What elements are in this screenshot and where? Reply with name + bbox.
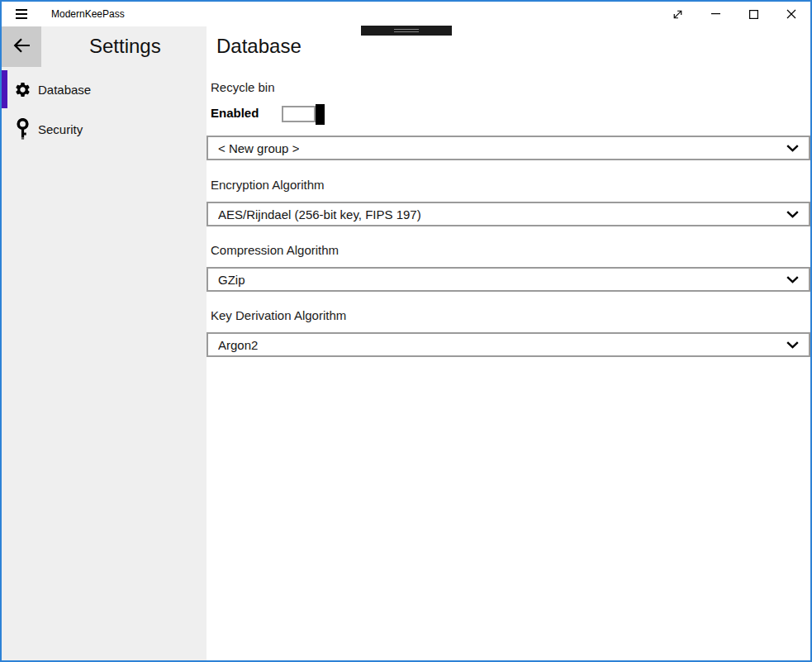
app-window: ModernKeePass (0, 0, 812, 662)
combobox-value: AES/Rijndael (256-bit key, FIPS 197) (218, 207, 421, 221)
key-derivation-algorithm-combobox[interactable]: Argon2 (207, 332, 810, 357)
minimize-icon (711, 13, 720, 15)
back-arrow-icon (12, 36, 31, 58)
compression-algorithm-combobox[interactable]: GZip (207, 267, 810, 292)
sidebar-item-label: Security (38, 122, 83, 136)
page-title: Database (216, 35, 302, 58)
grab-handle-lines (394, 29, 419, 31)
maximize-icon (749, 10, 758, 19)
sidebar-item-label: Database (38, 83, 91, 97)
recycle-bin-group-combobox[interactable]: < New group > (207, 136, 810, 160)
window-controls (658, 2, 810, 26)
chevron-down-icon (786, 276, 799, 283)
sidebar-item-security[interactable]: Security (2, 109, 207, 149)
key-derivation-algorithm-label: Key Derivation Algorithm (211, 308, 346, 322)
chevron-down-icon (786, 145, 799, 152)
encryption-algorithm-combobox[interactable]: AES/Rijndael (256-bit key, FIPS 197) (207, 202, 810, 226)
window-title: ModernKeePass (51, 8, 125, 20)
encryption-algorithm-label: Encryption Algorithm (211, 178, 325, 192)
menu-icon (16, 9, 27, 11)
window-body: Settings Database (2, 26, 810, 660)
key-icon (13, 117, 31, 140)
close-button[interactable] (772, 2, 810, 26)
minimize-button[interactable] (696, 2, 734, 26)
exit-fullscreen-button[interactable] (658, 2, 696, 26)
selected-indicator (2, 70, 7, 108)
combobox-value: GZip (218, 273, 245, 287)
compression-algorithm-label: Compression Algorithm (211, 243, 339, 257)
combobox-value: < New group > (218, 141, 299, 155)
chevron-down-icon (786, 341, 799, 349)
close-icon (786, 9, 796, 19)
diagonal-resize-icon (671, 7, 685, 21)
titlebar-drag-handle[interactable] (361, 26, 452, 36)
enabled-label: Enabled (211, 106, 259, 120)
combobox-value: Argon2 (218, 338, 258, 352)
gear-icon (13, 78, 31, 101)
titlebar: ModernKeePass (2, 2, 810, 26)
recycle-bin-toggle[interactable] (282, 104, 325, 125)
chevron-down-icon (786, 211, 799, 218)
maximize-button[interactable] (734, 2, 772, 26)
recycle-bin-label: Recycle bin (211, 80, 275, 94)
database-settings-panel: Database Recycle bin Enabled < New group… (207, 26, 810, 660)
settings-sidebar: Settings Database (2, 26, 207, 660)
sidebar-title: Settings (89, 35, 161, 58)
toggle-knob[interactable] (316, 104, 325, 125)
sidebar-nav: Database Security (2, 69, 207, 149)
back-button[interactable] (2, 26, 41, 67)
sidebar-item-database[interactable]: Database (2, 69, 207, 109)
hamburger-menu-button[interactable] (2, 2, 41, 26)
